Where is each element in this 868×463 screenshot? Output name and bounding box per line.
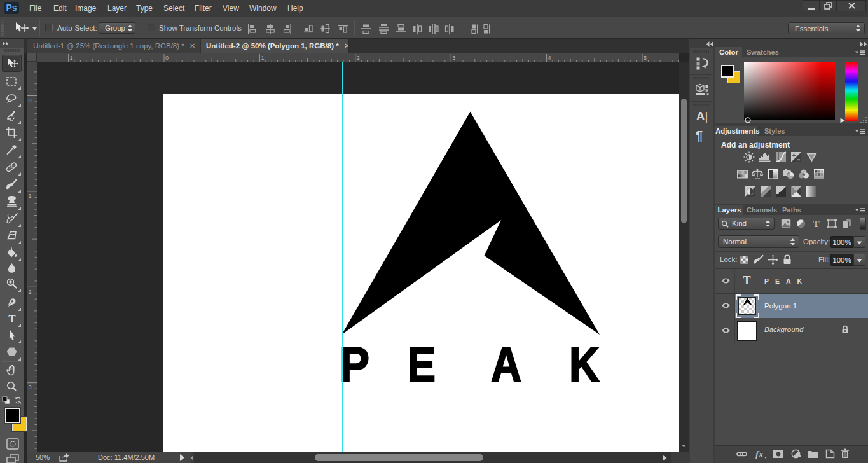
svg-text:0: 0 <box>165 55 169 61</box>
svg-text:A: A <box>491 337 521 392</box>
svg-text:fx: fx <box>755 449 764 459</box>
svg-text:E: E <box>408 337 436 392</box>
svg-text:1: 1 <box>29 193 32 199</box>
svg-text:2: 2 <box>357 55 360 61</box>
svg-text:0: 0 <box>29 97 32 104</box>
svg-text:T: T <box>8 313 16 325</box>
svg-text:5: 5 <box>644 55 647 61</box>
svg-text:K: K <box>569 337 600 392</box>
svg-text:3: 3 <box>29 384 32 390</box>
svg-text:1: 1 <box>261 55 264 61</box>
svg-text:2: 2 <box>29 289 32 295</box>
svg-text:4: 4 <box>548 55 551 61</box>
svg-text:1: 1 <box>70 55 73 61</box>
svg-text:T: T <box>813 219 819 228</box>
svg-text:3: 3 <box>452 55 455 61</box>
svg-text:P: P <box>340 337 369 392</box>
